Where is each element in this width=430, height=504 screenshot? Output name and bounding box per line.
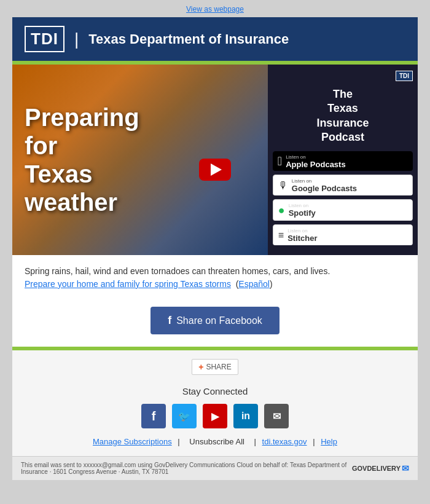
podcast-title-line4: Podcast	[321, 131, 364, 143]
hero-text-overlay: Preparing for Texas weather	[12, 65, 276, 255]
social-youtube-icon[interactable]: ▶	[203, 404, 227, 428]
hero-headline: Preparing for Texas weather	[12, 91, 152, 229]
social-twitter-icon[interactable]: 🐦	[172, 404, 197, 428]
footer-links-row: Manage Subscriptions | Unsubscribe All |…	[12, 437, 418, 446]
facebook-f-icon: f	[168, 314, 171, 327]
email-wrapper: TDI | Texas Department of Insurance Prep…	[12, 17, 418, 480]
podcast-title-line3: Insurance	[316, 117, 369, 129]
addthis-label: SHARE	[206, 363, 231, 371]
stitcher-icon: ≡	[278, 230, 284, 241]
hero-section: Preparing for Texas weather TDI The	[12, 65, 418, 255]
google-listen-label: Listen on	[292, 178, 357, 184]
google-podcasts-button[interactable]: 🎙 Listen on Google Podcasts	[273, 175, 413, 195]
help-link[interactable]: Help	[321, 437, 337, 446]
podcast-title-line2: Texas	[327, 102, 358, 114]
footer-sep3: |	[313, 437, 315, 446]
spotify-icon: ●	[278, 204, 285, 217]
stay-connected-label: Stay Connected	[12, 386, 418, 396]
footer-sep2: |	[254, 437, 256, 446]
hero-line3: Texas	[25, 160, 92, 187]
hero-line4: weather	[25, 189, 117, 216]
body-text-section: Spring rains, hail, wind and even tornad…	[12, 255, 418, 297]
addthis-icon: +	[198, 362, 203, 372]
podcast-panel: TDI The Texas Insurance Podcast  Listen…	[268, 65, 418, 255]
apple-podcasts-button[interactable]:  Listen on Apple Podcasts	[273, 151, 413, 171]
footer-area: + SHARE Stay Connected f 🐦 ▶ in ✉ Manage…	[12, 350, 418, 456]
stitcher-button[interactable]: ≡ Listen on Stitcher	[273, 224, 413, 245]
disclaimer-bar: This email was sent to xxxxxx@gmail.com …	[12, 456, 418, 480]
podcast-title-line1: The	[333, 88, 353, 100]
podcast-badge: TDI	[273, 71, 413, 81]
podcast-title: The Texas Insurance Podcast	[316, 87, 369, 145]
govdelivery-text: GOVDELIVERY	[352, 465, 401, 472]
disclaimer-text: This email was sent to xxxxxx@gmail.com …	[21, 462, 352, 475]
share-facebook-section: f Share on Facebook	[12, 297, 418, 347]
stitcher-platform: Stitcher	[287, 234, 317, 243]
share-facebook-button[interactable]: f Share on Facebook	[150, 307, 280, 334]
footer-sep1: |	[178, 437, 179, 446]
govdelivery-arrow-icon: ✉	[402, 463, 409, 473]
social-linkedin-icon[interactable]: in	[233, 404, 258, 428]
header-divider: |	[74, 30, 79, 49]
body-text: Spring rains, hail, wind and even tornad…	[25, 266, 330, 276]
header-title: Texas Department of Insurance	[88, 31, 289, 47]
govdelivery-logo: GOVDELIVERY ✉	[352, 463, 409, 473]
hero-line2: for	[25, 132, 57, 159]
apple-platform: Apple Podcasts	[286, 160, 346, 169]
play-triangle	[211, 163, 222, 176]
apple-listen-label: Listen on	[286, 154, 346, 160]
email-header: TDI | Texas Department of Insurance	[12, 17, 418, 61]
play-button-icon[interactable]	[199, 159, 231, 181]
manage-subscriptions-link[interactable]: Manage Subscriptions	[93, 437, 172, 446]
google-icon: 🎙	[278, 180, 288, 191]
tdi-badge: TDI	[396, 71, 413, 81]
tdi-website-link[interactable]: tdi.texas.gov	[262, 437, 307, 446]
share-facebook-label: Share on Facebook	[176, 315, 262, 326]
espanol-link[interactable]: Español	[238, 279, 270, 289]
view-as-webpage-link[interactable]: View as webpage	[186, 5, 244, 14]
google-platform: Google Podcasts	[292, 184, 357, 193]
hero-line1: Preparing	[25, 104, 139, 131]
social-facebook-icon[interactable]: f	[141, 404, 166, 428]
video-play-button[interactable]	[199, 159, 231, 181]
spotify-platform: Spotify	[289, 208, 316, 218]
stitcher-listen-label: Listen on	[287, 228, 317, 234]
apple-icon: 	[278, 154, 282, 168]
spring-storms-link[interactable]: Prepare your home and family for spring …	[25, 279, 231, 289]
unsubscribe-all-text: Unsubscribe All	[189, 437, 244, 446]
social-icons-row: f 🐦 ▶ in ✉	[12, 404, 418, 428]
spotify-button[interactable]: ● Listen on Spotify	[273, 199, 413, 220]
main-content: Preparing for Texas weather TDI The	[12, 65, 418, 347]
spotify-listen-label: Listen on	[289, 203, 316, 208]
tdi-logo: TDI	[25, 26, 64, 52]
addthis-share-button[interactable]: + SHARE	[192, 359, 238, 375]
social-email-icon[interactable]: ✉	[264, 404, 289, 428]
view-as-webpage-bar: View as webpage	[0, 0, 430, 17]
